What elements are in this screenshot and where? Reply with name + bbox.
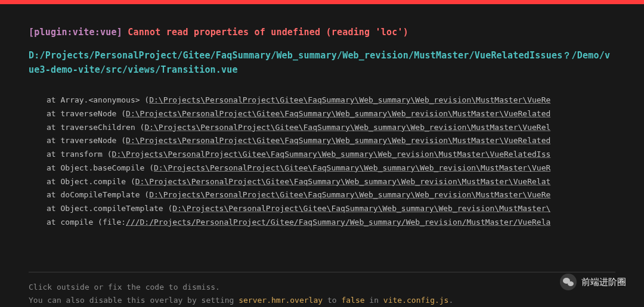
stack-path-link[interactable]: D:\Projects\PersonalProject\Gitee\FaqSum… (126, 109, 550, 118)
dismiss-tip: Click outside or fix the code to dismiss… (0, 272, 644, 307)
vite-error-overlay: [plugin:vite:vue] Cannot read properties… (0, 0, 644, 307)
wechat-icon (560, 274, 577, 290)
stack-frame: at Object.compileTemplate (D:\Projects\P… (47, 202, 615, 216)
stack-path-link[interactable]: D:\Projects\PersonalProject\Gitee\FaqSum… (112, 150, 551, 159)
config-value: false (341, 296, 364, 305)
stack-path-link[interactable]: D:\Projects\PersonalProject\Gitee\FaqSum… (144, 123, 550, 132)
tip-line-1: Click outside or fix the code to dismiss… (29, 281, 615, 294)
stack-frame: at traverseChildren (D:\Projects\Persona… (47, 121, 615, 135)
stack-frame: at Object.baseCompile (D:\Projects\Perso… (47, 162, 615, 175)
watermark: 前端进阶圈 (560, 274, 626, 290)
error-header: [plugin:vite:vue] Cannot read properties… (29, 27, 615, 38)
stack-path-link[interactable]: D:\Projects\PersonalProject\Gitee\FaqSum… (135, 177, 551, 186)
stack-path-link[interactable]: ///D:/Projects/PersonalProject/Gitee/Faq… (126, 218, 550, 227)
stack-frame: at compile (file:///D:/Projects/Personal… (47, 216, 615, 230)
watermark-text: 前端进阶圈 (581, 277, 626, 288)
error-file-path: D:/Projects/PersonalProject/Gitee/FaqSum… (29, 48, 615, 77)
error-content: [plugin:vite:vue] Cannot read properties… (0, 4, 644, 256)
stack-path-link[interactable]: D:\Projects\PersonalProject\Gitee\FaqSum… (172, 204, 550, 213)
stack-frame: at Object.compile (D:\Projects\PersonalP… (47, 175, 615, 189)
stack-path-link[interactable]: D:\Projects\PersonalProject\Gitee\FaqSum… (154, 163, 550, 172)
config-key: server.hmr.overlay (239, 296, 323, 305)
stack-path-link[interactable]: D:\Projects\PersonalProject\Gitee\FaqSum… (149, 95, 550, 104)
stack-frame: at Array.<anonymous> (D:\Projects\Person… (47, 94, 615, 107)
stack-frame: at doCompileTemplate (D:\Projects\Person… (47, 188, 615, 202)
tip-line-2: You can also disable this overlay by set… (29, 294, 615, 307)
stack-frame: at traverseNode (D:\Projects\PersonalPro… (47, 107, 615, 121)
stack-path-link[interactable]: D:\Projects\PersonalProject\Gitee\FaqSum… (126, 136, 550, 145)
stack-trace: at Array.<anonymous> (D:\Projects\Person… (29, 94, 615, 230)
stack-frame: at traverseNode (D:\Projects\PersonalPro… (47, 134, 615, 148)
stack-frame: at transform (D:\Projects\PersonalProjec… (47, 148, 615, 162)
config-file: vite.config.js (383, 296, 449, 305)
error-message: Cannot read properties of undefined (rea… (128, 27, 408, 38)
stack-path-link[interactable]: D:\Projects\PersonalProject\Gitee\FaqSum… (149, 190, 550, 199)
plugin-tag: [plugin:vite:vue] (29, 27, 122, 38)
